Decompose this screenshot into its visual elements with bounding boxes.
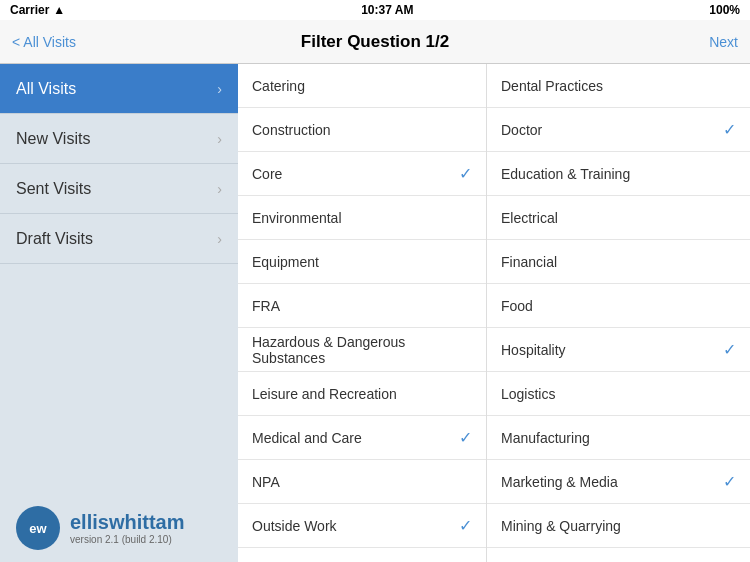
right-list-item[interactable]: Manufacturing (487, 416, 750, 460)
checkmark-icon: ✓ (459, 428, 472, 447)
right-list-item[interactable]: Logistics (487, 372, 750, 416)
sidebar-item-new-visits[interactable]: New Visits› (0, 114, 238, 164)
right-item-label: Financial (501, 254, 557, 270)
right-item-label: Logistics (501, 386, 555, 402)
middle-list-item[interactable]: Outside Work✓ (238, 504, 486, 548)
logo-text: elliswhittam version 2.1 (build 2.10) (70, 511, 184, 545)
status-bar-left: Carrier ▲ (10, 3, 65, 17)
right-item-label: Mining & Quarrying (501, 518, 621, 534)
status-bar-right: 100% (709, 3, 740, 17)
list-item-label: FRA (252, 298, 280, 314)
checkmark-icon: ✓ (459, 164, 472, 183)
back-label: < All Visits (12, 34, 76, 50)
middle-list-item[interactable]: Medical and Care✓ (238, 416, 486, 460)
right-list-item[interactable]: Education & Training (487, 152, 750, 196)
right-item-label: Hospitality (501, 342, 566, 358)
right-list-item[interactable]: Mining & Quarrying (487, 504, 750, 548)
middle-list-item[interactable]: Core✓ (238, 152, 486, 196)
right-item-label: Electrical (501, 210, 558, 226)
sidebar-item-sent-visits[interactable]: Sent Visits› (0, 164, 238, 214)
back-button[interactable]: < All Visits (12, 34, 92, 50)
sidebar-item-label: All Visits (16, 80, 76, 98)
sidebar-item-label: New Visits (16, 130, 90, 148)
right-item-label: Education & Training (501, 166, 630, 182)
main-layout: All Visits›New Visits›Sent Visits›Draft … (0, 64, 750, 562)
middle-list-item[interactable]: Equipment (238, 240, 486, 284)
version-text: version 2.1 (build 2.10) (70, 534, 184, 545)
middle-list-item[interactable]: Hazardous & Dangerous Substances (238, 328, 486, 372)
list-item-label: Leisure and Recreation (252, 386, 397, 402)
middle-list-item[interactable]: Catering (238, 64, 486, 108)
middle-list-item[interactable]: Environmental (238, 196, 486, 240)
checkmark-icon: ✓ (723, 120, 736, 139)
sidebar-item-draft-visits[interactable]: Draft Visits› (0, 214, 238, 264)
logo-initials: ew (29, 521, 46, 536)
checkmark-icon: ✓ (723, 340, 736, 359)
sidebar-item-all-visits[interactable]: All Visits› (0, 64, 238, 114)
status-bar: Carrier ▲ 10:37 AM 100% (0, 0, 750, 20)
battery-label: 100% (709, 3, 740, 17)
brand-name: elliswhittam (70, 511, 184, 534)
nav-title: Filter Question 1/2 (92, 32, 658, 52)
middle-list-item[interactable]: Leisure and Recreation (238, 372, 486, 416)
middle-list-item[interactable]: FRA (238, 284, 486, 328)
right-item-label: Manufacturing (501, 430, 590, 446)
right-items: Dental PracticesDoctor✓Education & Train… (487, 64, 750, 562)
chevron-icon: › (217, 81, 222, 97)
next-label: Next (709, 34, 738, 50)
right-list-item[interactable]: Electrical (487, 196, 750, 240)
chevron-icon: › (217, 131, 222, 147)
list-item-label: Medical and Care (252, 430, 362, 446)
right-item-label: Food (501, 298, 533, 314)
right-item-label: Doctor (501, 122, 542, 138)
carrier-label: Carrier (10, 3, 49, 17)
right-list-item[interactable]: Hospitality✓ (487, 328, 750, 372)
middle-list-item[interactable]: NPA (238, 460, 486, 504)
wifi-icon: ▲ (53, 3, 65, 17)
sidebar-item-label: Draft Visits (16, 230, 93, 248)
sidebar-item-label: Sent Visits (16, 180, 91, 198)
right-item-label: Marketing & Media (501, 474, 618, 490)
list-item-label: Catering (252, 78, 305, 94)
middle-items: CateringConstructionCore✓EnvironmentalEq… (238, 64, 486, 562)
list-item-label: Outside Work (252, 518, 337, 534)
chevron-icon: › (217, 181, 222, 197)
right-list-item[interactable]: Doctor✓ (487, 108, 750, 152)
right-list-item[interactable]: Food (487, 284, 750, 328)
list-item-label: Hazardous & Dangerous Substances (252, 334, 472, 366)
list-item-label: NPA (252, 474, 280, 490)
right-list-item[interactable]: Motor Vehicles (487, 548, 750, 562)
nav-bar: < All Visits Filter Question 1/2 Next (0, 20, 750, 64)
right-list-item[interactable]: Financial (487, 240, 750, 284)
right-list-item[interactable]: Marketing & Media✓ (487, 460, 750, 504)
right-item-label: Dental Practices (501, 78, 603, 94)
list-item-label: Core (252, 166, 282, 182)
right-list[interactable]: Dental PracticesDoctor✓Education & Train… (487, 64, 750, 562)
middle-list-item[interactable]: Schools✓ (238, 548, 486, 562)
next-button[interactable]: Next (658, 34, 738, 50)
logo-circle: ew (16, 506, 60, 550)
sidebar-logo: ew elliswhittam version 2.1 (build 2.10) (0, 494, 238, 562)
middle-list[interactable]: CateringConstructionCore✓EnvironmentalEq… (238, 64, 487, 562)
list-item-label: Environmental (252, 210, 342, 226)
middle-list-item[interactable]: Construction (238, 108, 486, 152)
sidebar-items: All Visits›New Visits›Sent Visits›Draft … (0, 64, 238, 264)
sidebar: All Visits›New Visits›Sent Visits›Draft … (0, 64, 238, 562)
list-item-label: Construction (252, 122, 331, 138)
status-time: 10:37 AM (361, 3, 413, 17)
right-list-item[interactable]: Dental Practices (487, 64, 750, 108)
checkmark-icon: ✓ (723, 472, 736, 491)
checkmark-icon: ✓ (459, 516, 472, 535)
chevron-icon: › (217, 231, 222, 247)
list-item-label: Equipment (252, 254, 319, 270)
